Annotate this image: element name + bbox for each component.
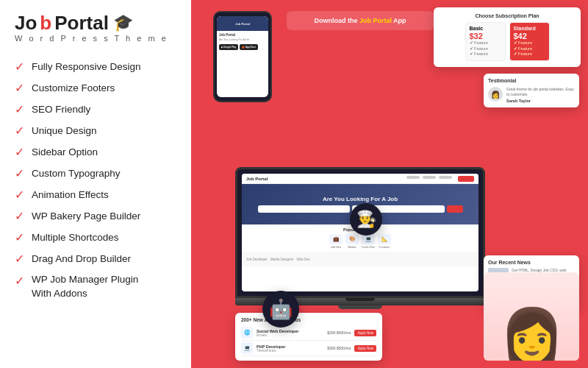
card-price-standard: $42 (514, 32, 545, 40)
testimonial-text-wrap: Great theme for job portal websites. Eas… (506, 87, 575, 103)
app-store-badge: 🍎 App Store (240, 44, 258, 50)
hero-search-btn (447, 205, 463, 213)
logo-area: Job Portal 🎓 W o r d P r e s s T h e m e (15, 13, 176, 43)
check-icon-sidebar: ✓ (15, 145, 24, 159)
testimonial-author: Sarah Taylor (506, 99, 575, 103)
cat-label-3: Code Dev (362, 245, 375, 249)
job-company-2: ThemeForest (257, 349, 323, 353)
job-apply-btn-2[interactable]: Apply Now (354, 345, 376, 352)
feature-label-footers: Customize Footers (32, 82, 115, 93)
laptop-notch (345, 298, 375, 301)
check-icon-wpmgr: ✓ (15, 274, 24, 288)
category-items: 💼 Job Dev 🎨 Media 💻 Code Dev (246, 234, 474, 249)
job-company-1: Envato (257, 333, 323, 337)
phone-body: Job Portal Are You Looking For A Job ▶ G… (217, 31, 268, 52)
site-footer-mock: Job Developer Media Designer Web Dev (242, 252, 478, 266)
person-photo-box: 👩 (484, 272, 579, 361)
jobs-title: 200+ New & Random Jobs (241, 317, 376, 322)
job-salary-1: $200-$400/mo (327, 330, 351, 335)
news-title: Our Recent News (488, 260, 575, 265)
phone-app-title: Job Portal (219, 33, 266, 37)
card-feature-standard: ✔ Feature✔ Feature✔ Feature (514, 40, 545, 57)
category-item-3: 💻 Code Dev (362, 234, 375, 249)
feature-label-wpbakery: WP Bakery Page Builder (32, 210, 140, 222)
job-apply-btn-1[interactable]: Apply Now (354, 330, 376, 336)
check-icon-unique: ✓ (15, 124, 24, 138)
subscription-card-standard: Standard $42 ✔ Feature✔ Feature✔ Feature (509, 22, 550, 61)
main-container: Job Portal 🎓 W o r d P r e s s T h e m e… (0, 0, 588, 368)
phone-frame: Job Portal Job Portal Are You Looking Fo… (213, 11, 272, 102)
job-info-1: Social Web Developer Envato (257, 329, 323, 337)
graduation-hat-icon: 🎓 (113, 15, 133, 31)
phone-header-text: Job Portal (235, 22, 250, 26)
check-icon-animation: ✓ (15, 188, 24, 202)
check-icon-responsive: ✓ (15, 60, 24, 74)
site-logo-small: Job Portal (246, 177, 268, 181)
phone-app-sub: Are You Looking For A Job (219, 38, 266, 41)
feature-item-sidebar: ✓ Sidebar Option (15, 141, 176, 163)
site-nav-dots (406, 176, 474, 182)
check-icon-shortcodes: ✓ (15, 230, 24, 244)
category-item-2: 🎨 Media (345, 234, 359, 249)
feature-label-dnd: Drag And Drop Builder (32, 253, 131, 264)
footer-tag-3: Web Dev (297, 258, 310, 261)
feature-label-wpmgr: WP Job Manager PluginWith Addons (32, 273, 138, 301)
feature-label-unique: Unique Design (32, 125, 97, 136)
testimonial-text: Great theme for job portal websites. Eas… (506, 87, 575, 97)
top-banner: Download the Job Portal App (287, 11, 434, 30)
robot-icon: 🤖 (269, 298, 293, 321)
job-logo-2: 💻 (241, 342, 253, 354)
subscription-card-basic: Basic $32 ✔ Feature✔ Feature✔ Feature (465, 22, 506, 61)
jobs-list-box: 200+ New & Random Jobs 🌐 Social Web Deve… (235, 313, 382, 361)
right-panel: Job Portal Job Portal Are You Looking Fo… (191, 0, 588, 368)
feature-list: ✓ Fully Responsive Design ✓ Customize Fo… (15, 56, 176, 305)
nav-dot-1 (406, 176, 420, 179)
store-buttons: ▶ Google Play 🍎 App Store (219, 44, 266, 50)
banner-highlight: Job Portal (359, 17, 392, 24)
phone-screen: Job Portal Job Portal Are You Looking Fo… (217, 16, 268, 97)
job-logo-1: 🌐 (241, 327, 253, 339)
cat-label-4: Creative (378, 245, 391, 249)
job-info-2: PHP Developer ThemeForest (257, 344, 323, 353)
footer-tag-2: Media Designer (270, 258, 294, 261)
feature-item-wpbakery: ✓ WP Bakery Page Builder (15, 205, 176, 227)
site-header: Job Portal (242, 174, 478, 184)
robot-bubble: 🤖 (262, 291, 299, 328)
feature-item-unique: ✓ Unique Design (15, 120, 176, 141)
feature-item-dnd: ✓ Drag And Drop Builder (15, 248, 176, 269)
subscription-panel: Choose Subscription Plan Basic $32 ✔ Fea… (434, 7, 581, 67)
feature-item-animation: ✓ Animation Effects (15, 184, 176, 205)
feature-label-animation: Animation Effects (32, 189, 109, 200)
cat-label-1: Job Dev (329, 245, 343, 249)
feature-label-seo: SEO Friendly (32, 104, 90, 115)
cat-icon-1: 💼 (329, 234, 343, 244)
feature-label-typography: Custom Typography (32, 168, 121, 179)
job-salary-2: $300-$500/mo (327, 346, 351, 350)
category-item-1: 💼 Job Dev (329, 234, 343, 249)
testimonial-box: Testimonial 👩 Great theme for job portal… (484, 74, 579, 107)
google-play-badge: ▶ Google Play (219, 44, 238, 50)
feature-label-sidebar: Sidebar Option (32, 146, 98, 158)
job-row-2: 💻 PHP Developer ThemeForest $300-$500/mo… (241, 341, 376, 356)
feature-label-responsive: Fully Responsive Design (32, 61, 141, 72)
hero-title: Are You Looking For A Job (323, 196, 398, 202)
screenshots-wrapper: Job Portal Job Portal Are You Looking Fo… (191, 0, 588, 368)
hero-input (258, 205, 351, 213)
banner-title: Download the Job Portal App (293, 17, 428, 24)
chef-hat-icon: 👨‍🍳 (356, 210, 376, 229)
category-item-4: 📐 Creative (378, 234, 391, 249)
subscription-cards: Basic $32 ✔ Feature✔ Feature✔ Feature St… (440, 22, 575, 61)
cat-icon-3: 💻 (362, 234, 375, 244)
cat-label-2: Media (345, 245, 359, 249)
logo-job: Jo (15, 13, 37, 32)
chef-hat-bubble: 👨‍🍳 (350, 203, 382, 236)
card-name-basic: Basic (470, 26, 501, 31)
check-icon-footers: ✓ (15, 81, 24, 95)
phone-screen-header: Job Portal (217, 16, 268, 31)
laptop-stand (338, 305, 382, 309)
card-feature-basic: ✔ Feature✔ Feature✔ Feature (470, 40, 501, 57)
logo-title: Job Portal 🎓 (15, 13, 176, 32)
nav-cta (458, 176, 474, 182)
logo-b: b (40, 13, 51, 32)
laptop-mockup: Job Portal Are You Looking For A Job (235, 167, 485, 309)
